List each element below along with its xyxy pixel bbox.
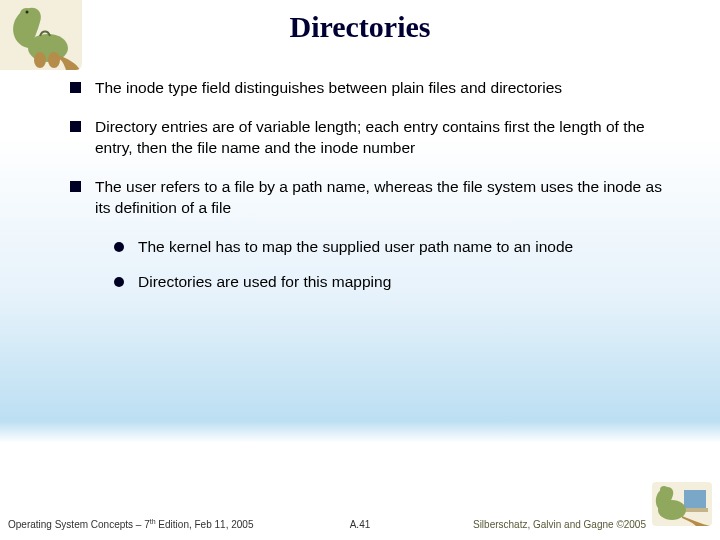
footer-copyright: Silberschatz, Galvin and Gagne ©2005 bbox=[473, 519, 646, 530]
slide-title: Directories bbox=[0, 10, 720, 44]
svg-rect-5 bbox=[684, 490, 706, 508]
bullet-text: The user refers to a file by a path name… bbox=[95, 177, 680, 219]
square-bullet-icon bbox=[70, 121, 81, 132]
bullet-item: The inode type field distinguishes betwe… bbox=[70, 78, 680, 99]
bullet-text: Directory entries are of variable length… bbox=[95, 117, 680, 159]
svg-point-3 bbox=[34, 52, 46, 68]
bullet-item: The user refers to a file by a path name… bbox=[70, 177, 680, 219]
circle-bullet-icon bbox=[114, 277, 124, 287]
svg-point-8 bbox=[660, 486, 668, 494]
svg-point-4 bbox=[48, 52, 60, 68]
sub-bullet-text: Directories are used for this mapping bbox=[138, 272, 391, 293]
circle-bullet-icon bbox=[114, 242, 124, 252]
bullet-item: Directory entries are of variable length… bbox=[70, 117, 680, 159]
sub-bullet-item: The kernel has to map the supplied user … bbox=[114, 237, 680, 258]
sub-bullet-text: The kernel has to map the supplied user … bbox=[138, 237, 573, 258]
slide-content: The inode type field distinguishes betwe… bbox=[70, 78, 680, 306]
square-bullet-icon bbox=[70, 82, 81, 93]
square-bullet-icon bbox=[70, 181, 81, 192]
bullet-text: The inode type field distinguishes betwe… bbox=[95, 78, 562, 99]
sub-bullet-item: Directories are used for this mapping bbox=[114, 272, 680, 293]
